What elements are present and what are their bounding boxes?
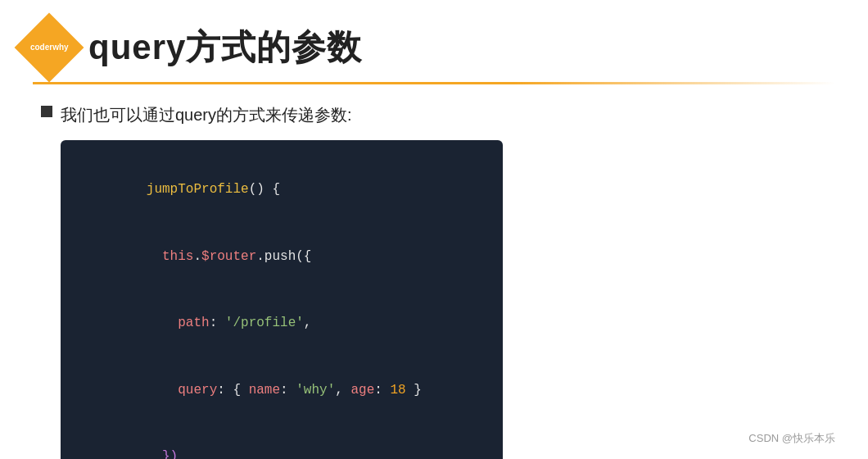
bullet-text-1: 我们也可以通过query的方式来传递参数: xyxy=(61,102,352,127)
code-line-3: path: '/profile', xyxy=(84,290,480,357)
code-token xyxy=(147,316,178,330)
code-token: '/profile' xyxy=(225,316,304,330)
code-token: this xyxy=(162,249,193,264)
header: coderwhy query方式的参数 xyxy=(0,0,868,72)
code-token: 18 xyxy=(390,383,405,398)
code-token: jumpToProfile xyxy=(147,182,249,197)
code-line-1: jumpToProfile() { xyxy=(84,157,480,224)
code-line-4: query: { name: 'why', age: 18 } xyxy=(84,357,480,425)
logo-text: coderwhy xyxy=(30,43,69,52)
code-token: , xyxy=(335,383,350,398)
code-token: .push({ xyxy=(256,249,311,264)
code-block-1: jumpToProfile() { this.$router.push({ pa… xyxy=(61,140,503,459)
code-token: : xyxy=(280,383,296,398)
code-token: query xyxy=(178,383,217,398)
footer: CSDN @快乐本乐 xyxy=(748,431,835,446)
code-token xyxy=(147,383,178,398)
code-token: : xyxy=(374,383,390,398)
code-token: : { xyxy=(217,383,248,398)
bullet-item-1: 我们也可以通过query的方式来传递参数: xyxy=(41,102,827,127)
code-token: path xyxy=(178,316,209,330)
code-token: name xyxy=(249,383,280,398)
code-token: , xyxy=(304,316,312,330)
code-token: . xyxy=(193,249,201,264)
code-token: } xyxy=(406,383,422,398)
content-area: 我们也可以通过query的方式来传递参数: jumpToProfile() { … xyxy=(0,84,868,459)
code-token: $router xyxy=(201,249,256,264)
code-line-5: }) xyxy=(84,424,480,459)
footer-text: CSDN @快乐本乐 xyxy=(748,432,835,444)
code-token: () { xyxy=(249,182,280,197)
code-token: }) xyxy=(147,449,178,459)
slide: coderwhy query方式的参数 我们也可以通过query的方式来传递参数… xyxy=(0,0,868,459)
bullet-square-1 xyxy=(41,106,52,117)
code-token: 'why' xyxy=(296,383,335,398)
logo-diamond: coderwhy xyxy=(15,13,84,83)
code-token: : xyxy=(210,316,225,330)
page-title: query方式的参数 xyxy=(88,25,362,70)
code-line-2: this.$router.push({ xyxy=(84,224,480,291)
code-token xyxy=(147,249,162,264)
code-token: age xyxy=(350,383,374,398)
